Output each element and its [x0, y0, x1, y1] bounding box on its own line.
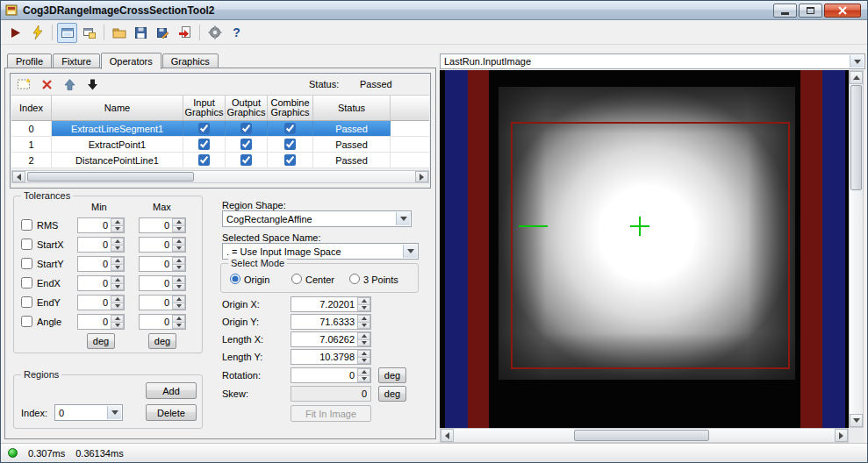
combine-graphics-checkbox[interactable] — [284, 154, 296, 166]
chevron-down-icon[interactable] — [403, 245, 417, 258]
header-input-graphics[interactable]: Input Graphics — [183, 96, 226, 120]
input-graphics-checkbox[interactable] — [198, 154, 210, 166]
starty-checkbox[interactable] — [21, 258, 32, 269]
endx-min-spinner[interactable] — [77, 275, 125, 291]
scroll-down-button[interactable] — [850, 414, 863, 427]
add-region-button[interactable]: Add — [146, 382, 197, 399]
image-display-toggle-button[interactable] — [57, 23, 77, 43]
max-deg-button[interactable]: deg — [148, 333, 176, 349]
spin-down-button[interactable] — [357, 339, 370, 347]
spin-up-button[interactable] — [111, 257, 124, 264]
region-shape-combo[interactable]: CogRectangleAffine — [222, 210, 412, 227]
startx-checkbox[interactable] — [21, 239, 32, 250]
spin-down-button[interactable] — [172, 303, 185, 310]
endx-max-spinner[interactable] — [139, 275, 186, 291]
scroll-right-button[interactable] — [415, 171, 428, 182]
header-name[interactable]: Name — [52, 96, 183, 120]
table-row[interactable]: 0 ExtractLineSegment1 Passed — [11, 121, 429, 137]
combine-graphics-checkbox[interactable] — [284, 123, 296, 134]
run-button[interactable] — [5, 23, 25, 43]
settings-button[interactable] — [204, 23, 225, 43]
origin-x-spinner[interactable] — [291, 296, 371, 312]
table-row[interactable]: 2 DistancePointLine1 Passed — [11, 153, 429, 168]
spin-down-button[interactable] — [357, 357, 370, 365]
cell-name[interactable]: DistancePointLine1 — [52, 153, 183, 167]
operator-grid-hscrollbar[interactable] — [11, 170, 429, 183]
rms-checkbox[interactable] — [21, 219, 32, 231]
region-index-combo[interactable]: 0 — [54, 404, 123, 421]
endy-min-spinner[interactable] — [77, 295, 125, 310]
spin-up-button[interactable] — [111, 296, 124, 303]
spin-up-button[interactable] — [111, 315, 124, 322]
spin-down-button[interactable] — [172, 264, 185, 272]
input-graphics-checkbox[interactable] — [198, 123, 210, 134]
run-electric-button[interactable] — [27, 23, 47, 43]
delete-region-button[interactable]: Delete — [146, 404, 197, 421]
close-button[interactable] — [824, 4, 861, 18]
save-as-button[interactable] — [153, 23, 173, 43]
tab-profile[interactable]: Profile — [7, 53, 52, 68]
table-row[interactable]: 1 ExtractPoint1 Passed — [11, 137, 429, 153]
delete-operator-button[interactable] — [39, 76, 54, 92]
endx-checkbox[interactable] — [21, 277, 32, 288]
titlebar[interactable]: Cog3DRangeImageCrossSectionTool2 — [1, 1, 867, 20]
spin-down-button[interactable] — [111, 225, 124, 233]
startx-min-spinner[interactable] — [77, 237, 125, 253]
spin-down-button[interactable] — [172, 245, 185, 253]
spin-down-button[interactable] — [172, 322, 185, 330]
spin-up-button[interactable] — [357, 297, 370, 304]
spin-down-button[interactable] — [357, 322, 370, 330]
display-source-combo[interactable]: LastRun.InputImage — [440, 53, 865, 69]
spin-down-button[interactable] — [357, 304, 370, 312]
output-graphics-checkbox[interactable] — [240, 139, 252, 150]
open-button[interactable] — [109, 23, 129, 43]
spin-up-button[interactable] — [172, 238, 185, 245]
rotation-deg-button[interactable]: deg — [378, 367, 406, 383]
maximize-button[interactable] — [799, 4, 822, 18]
move-down-button[interactable] — [84, 76, 100, 92]
cell-name[interactable]: ExtractPoint1 — [52, 137, 183, 152]
scroll-up-button[interactable] — [850, 71, 863, 84]
cell-name[interactable]: ExtractLineSegment1 — [52, 121, 183, 136]
header-status[interactable]: Status — [313, 96, 391, 120]
spin-down-button[interactable] — [111, 245, 124, 253]
hscroll-thumb[interactable] — [27, 172, 194, 182]
header-output-graphics[interactable]: Output Graphics — [226, 96, 268, 120]
tab-graphics[interactable]: Graphics — [162, 53, 219, 68]
rotation-spinner[interactable] — [291, 367, 371, 383]
add-operator-button[interactable] — [16, 76, 32, 92]
move-up-button[interactable] — [61, 76, 77, 92]
cell-index[interactable]: 0 — [11, 121, 52, 136]
spin-up-button[interactable] — [357, 332, 370, 339]
starty-max-spinner[interactable] — [139, 256, 186, 272]
center-radio[interactable] — [291, 274, 302, 284]
image-hscrollbar[interactable] — [440, 428, 849, 443]
center-radio-label[interactable]: Center — [305, 274, 334, 285]
minimize-button[interactable] — [773, 4, 797, 18]
spin-up-button[interactable] — [111, 238, 124, 245]
import-button[interactable] — [175, 23, 195, 43]
spin-down-button[interactable] — [111, 303, 124, 310]
spin-up-button[interactable] — [111, 218, 124, 225]
angle-checkbox[interactable] — [21, 316, 32, 327]
origin-y-spinner[interactable] — [291, 314, 371, 330]
tab-operators[interactable]: Operators — [101, 53, 161, 69]
chevron-down-icon[interactable] — [396, 212, 410, 225]
endy-checkbox[interactable] — [21, 296, 32, 308]
spin-down-button[interactable] — [172, 283, 185, 291]
length-x-spinner[interactable] — [291, 331, 371, 347]
scroll-right-button[interactable] — [835, 429, 848, 442]
origin-radio[interactable] — [230, 274, 240, 284]
spin-up-button[interactable] — [357, 368, 370, 375]
tab-fixture[interactable]: Fixture — [53, 53, 100, 68]
angle-max-spinner[interactable] — [139, 314, 186, 330]
vscroll-thumb[interactable] — [850, 85, 862, 190]
cell-index[interactable]: 1 — [11, 137, 52, 152]
startx-max-spinner[interactable] — [139, 237, 186, 253]
spin-up-button[interactable] — [172, 257, 185, 264]
spin-up-button[interactable] — [111, 276, 124, 283]
float-window-button[interactable] — [79, 23, 99, 43]
rms-max-spinner[interactable] — [139, 217, 186, 233]
hscroll-thumb[interactable] — [574, 430, 709, 441]
spin-down-button[interactable] — [111, 264, 124, 272]
